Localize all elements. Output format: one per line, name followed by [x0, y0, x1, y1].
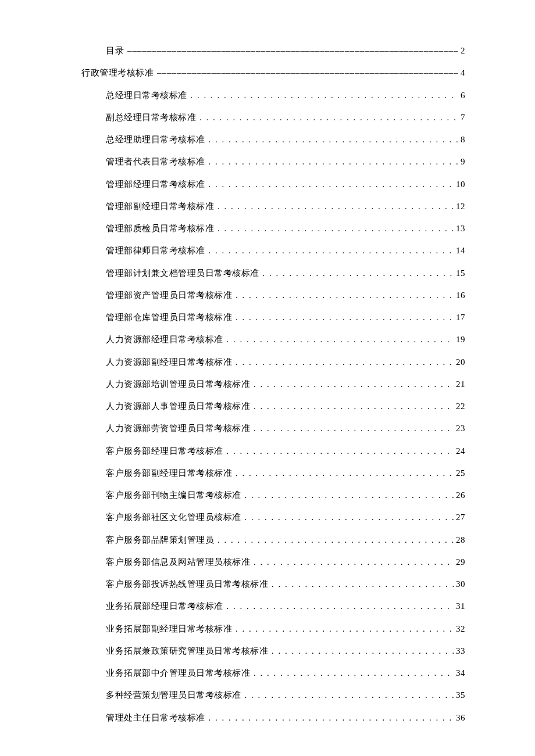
toc-leader — [191, 84, 459, 106]
toc-entry: 管理者代表日常考核标准9 — [106, 151, 465, 173]
toc-entry: 业务拓展部副经理日常考核标准32 — [106, 618, 465, 640]
toc-leader — [157, 62, 458, 84]
toc-entry-label: 人力资源部劳资管理员日常考核标准 — [106, 417, 250, 439]
toc-entry: 管理部仓库管理员日常考核标准17 — [106, 306, 465, 328]
toc-entry: 客户服务部刊物主编日常考核标准26 — [106, 484, 465, 506]
toc-entry-pagenum: 6 — [461, 84, 465, 106]
toc-leader — [227, 595, 454, 617]
toc-entry-pagenum: 15 — [456, 262, 465, 284]
toc-entry-label: 管理部律师日常考核标准 — [106, 239, 205, 261]
toc-entry-pagenum: 28 — [456, 529, 465, 551]
toc-entry: 目录2 — [106, 40, 465, 62]
toc-entry-label: 人力资源部副经理日常考核标准 — [106, 351, 232, 373]
toc-entry-pagenum: 33 — [456, 640, 465, 662]
toc-entry-label: 管理部资产管理员日常考核标准 — [106, 284, 232, 306]
toc-leader — [217, 195, 454, 217]
toc-page: 目录2行政管理考核标准4总经理日常考核标准6副总经理日常考核标准7总经理助理日常… — [0, 0, 535, 756]
toc-entry: 管理部质检员日常考核标准13 — [106, 217, 465, 239]
toc-entry-pagenum: 19 — [456, 328, 465, 350]
toc-leader — [209, 707, 454, 729]
toc-entry-label: 业务拓展部中介管理员日常考核标准 — [106, 662, 250, 684]
toc-leader — [209, 173, 454, 195]
toc-entry: 客户服务部品牌策划管理员28 — [106, 529, 465, 551]
toc-leader — [236, 462, 454, 484]
toc-entry: 人力资源部劳资管理员日常考核标准23 — [106, 417, 465, 439]
toc-entry-label: 客户服务部投诉热线管理员日常考核标准 — [106, 573, 268, 595]
toc-entry-pagenum: 31 — [456, 595, 465, 617]
toc-entry-label: 管理部经理日常考核标准 — [106, 173, 205, 195]
toc-entry-pagenum: 10 — [456, 173, 465, 195]
toc-entry-label: 客户服务部副经理日常考核标准 — [106, 462, 232, 484]
toc-leader — [209, 239, 454, 261]
toc-entry-label: 副总经理日常考核标准 — [106, 106, 196, 128]
toc-entry-pagenum: 27 — [456, 506, 465, 528]
toc-entry-pagenum: 8 — [461, 128, 465, 151]
toc-entry-label: 总经理日常考核标准 — [106, 84, 187, 106]
toc-entry: 多种经营策划管理员日常考核标准35 — [106, 684, 465, 706]
toc-leader — [227, 440, 454, 462]
toc-entry-label: 客户服务部刊物主编日常考核标准 — [106, 484, 241, 506]
toc-entry: 人力资源部副经理日常考核标准20 — [106, 351, 465, 373]
toc-entry-label: 客户服务部社区文化管理员核标准 — [106, 506, 241, 528]
toc-entry: 管理部律师日常考核标准14 — [106, 239, 465, 261]
toc-leader — [263, 262, 454, 284]
toc-entry-pagenum: 24 — [456, 440, 465, 462]
toc-entry-label: 管理部计划兼文档管理员日常考核标准 — [106, 262, 259, 284]
toc-entry: 客户服务部信息及网站管理员核标准29 — [106, 551, 465, 573]
toc-entry: 总经理助理日常考核标准8 — [106, 128, 465, 151]
toc-entry: 管理部副经理日常考核标准12 — [106, 195, 465, 217]
toc-entry-pagenum: 35 — [456, 684, 465, 706]
toc-entry-pagenum: 12 — [456, 195, 465, 217]
toc-entry-label: 管理部仓库管理员日常考核标准 — [106, 306, 232, 328]
toc-leader — [272, 573, 454, 595]
toc-entry-label: 管理部副经理日常考核标准 — [106, 195, 214, 217]
toc-entry-pagenum: 23 — [456, 417, 465, 439]
toc-entry: 总经理日常考核标准6 — [106, 84, 465, 106]
toc-entry-label: 管理部质检员日常考核标准 — [106, 217, 214, 239]
toc-entry-label: 管理处主任日常考核标准 — [106, 707, 205, 729]
toc-entry-pagenum: 16 — [456, 284, 465, 306]
toc-entry-label: 客户服务部信息及网站管理员核标准 — [106, 551, 250, 573]
toc-entry: 管理部计划兼文档管理员日常考核标准15 — [106, 262, 465, 284]
toc-leader — [236, 284, 454, 306]
toc-entry-pagenum: 13 — [456, 217, 465, 239]
toc-entry-label: 业务拓展兼政策研究管理员日常考核标准 — [106, 640, 268, 662]
toc-entry-pagenum: 22 — [456, 395, 465, 417]
toc-entry-label: 人力资源部人事管理员日常考核标准 — [106, 395, 250, 417]
toc-entry-label: 人力资源部经理日常考核标准 — [106, 328, 223, 350]
toc-leader — [254, 373, 454, 395]
toc-entry-pagenum: 2 — [461, 40, 465, 62]
toc-leader — [254, 662, 454, 684]
toc-entry-pagenum: 14 — [456, 239, 465, 261]
toc-entry-label: 管理者代表日常考核标准 — [106, 151, 205, 173]
toc-leader — [217, 529, 454, 551]
toc-entry-pagenum: 17 — [456, 306, 465, 328]
toc-entry-pagenum: 32 — [456, 618, 465, 640]
toc-entry-pagenum: 20 — [456, 351, 465, 373]
toc-entry-pagenum: 30 — [456, 573, 465, 595]
toc-entry-pagenum: 36 — [456, 707, 465, 729]
toc-leader — [199, 106, 458, 128]
toc-entry-label: 目录 — [106, 40, 124, 62]
toc-entry-label: 业务拓展部副经理日常考核标准 — [106, 618, 232, 640]
toc-leader — [254, 395, 454, 417]
toc-leader — [217, 217, 454, 239]
toc-entry: 客户服务部经理日常考核标准24 — [106, 440, 465, 462]
toc-entry: 业务拓展部经理日常考核标准31 — [106, 595, 465, 617]
toc-entry: 副总经理日常考核标准7 — [106, 106, 465, 128]
toc-entry-label: 人力资源部培训管理员日常考核标准 — [106, 373, 250, 395]
toc-entry-label: 客户服务部经理日常考核标准 — [106, 440, 223, 462]
toc-entry-pagenum: 34 — [456, 662, 465, 684]
toc-entry-pagenum: 4 — [461, 62, 465, 84]
toc-entry: 客户服务部副经理日常考核标准25 — [106, 462, 465, 484]
toc-entry-pagenum: 26 — [456, 484, 465, 506]
toc-leader — [254, 417, 454, 439]
toc-leader — [209, 151, 459, 173]
toc-leader — [245, 506, 454, 528]
toc-entry: 客户服务部社区文化管理员核标准27 — [106, 506, 465, 528]
toc-entry-pagenum: 29 — [456, 551, 465, 573]
toc-leader — [272, 640, 454, 662]
toc-entry: 业务拓展兼政策研究管理员日常考核标准33 — [106, 640, 465, 662]
toc-entry-label: 行政管理考核标准 — [81, 62, 154, 84]
toc-entry: 管理部资产管理员日常考核标准16 — [106, 284, 465, 306]
